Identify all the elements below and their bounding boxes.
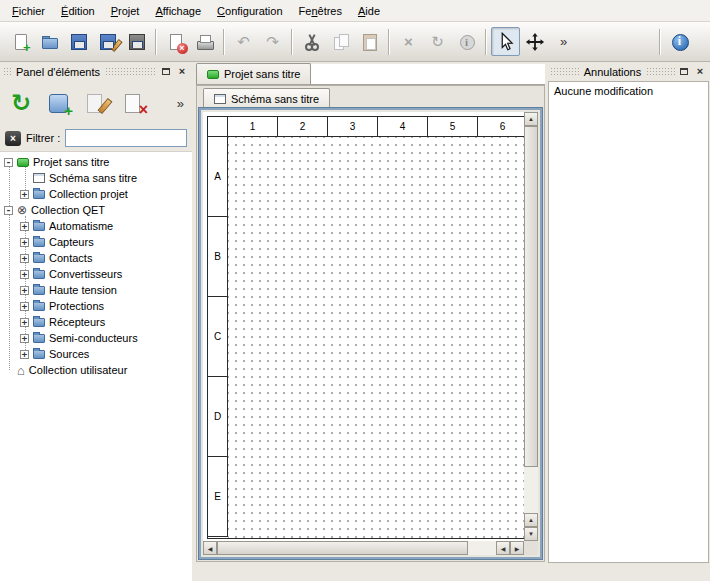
menu-fichier[interactable]: Fichier bbox=[4, 3, 53, 19]
tree-item-projet-sans-titre[interactable]: -Projet sans titre bbox=[0, 154, 192, 170]
menu-label: Fe bbox=[299, 5, 312, 17]
move-mode-button[interactable] bbox=[520, 27, 549, 56]
tree-item-protections[interactable]: +Protections bbox=[0, 298, 192, 314]
expand-expander[interactable]: + bbox=[20, 286, 29, 295]
expand-expander[interactable]: + bbox=[20, 222, 29, 231]
filter-input[interactable] bbox=[65, 129, 187, 147]
redo-icon: ↷ bbox=[263, 32, 283, 52]
horizontal-scrollbar[interactable]: ◀ ◀ ▶ bbox=[203, 541, 524, 555]
about-button[interactable]: i bbox=[665, 27, 694, 56]
tree-item-haute-tension[interactable]: +Haute tension bbox=[0, 282, 192, 298]
undo-history-list[interactable]: Aucune modification bbox=[548, 81, 709, 563]
save-button[interactable] bbox=[64, 27, 93, 56]
reload-collections-button[interactable]: ↻ bbox=[4, 86, 38, 120]
diagram-canvas[interactable]: 1 2 3 4 5 6 A B C D E bbox=[203, 112, 524, 541]
delete-element-button[interactable]: × bbox=[118, 86, 152, 120]
tab-schema-sans-titre[interactable]: Schéma sans titre bbox=[203, 88, 330, 108]
scroll-up-button[interactable]: ▲ bbox=[524, 112, 538, 126]
new-document-button[interactable]: + bbox=[6, 27, 35, 56]
vertical-scroll-thumb[interactable] bbox=[524, 126, 538, 467]
open-project-button[interactable] bbox=[35, 27, 64, 56]
expand-expander[interactable]: + bbox=[20, 302, 29, 311]
tree-item-label: Sources bbox=[49, 348, 89, 360]
expand-expander[interactable]: + bbox=[20, 350, 29, 359]
folder-icon bbox=[33, 190, 45, 199]
collapse-expander[interactable]: - bbox=[4, 206, 13, 215]
menu-affichage[interactable]: Affichage bbox=[147, 3, 209, 19]
expand-expander[interactable]: + bbox=[20, 238, 29, 247]
dock-close-button[interactable]: × bbox=[175, 65, 189, 78]
scroll-left-button-2[interactable]: ◀ bbox=[496, 541, 510, 555]
expand-expander[interactable]: + bbox=[20, 190, 29, 199]
horizontal-scroll-thumb[interactable] bbox=[217, 541, 468, 555]
new-element-button[interactable]: + bbox=[42, 86, 76, 120]
tree-item-semi-conducteurs[interactable]: +Semi-conducteurs bbox=[0, 330, 192, 346]
tree-item-collection-projet[interactable]: +Collection projet bbox=[0, 186, 192, 202]
paste-button[interactable] bbox=[355, 27, 384, 56]
column-header: 1 bbox=[228, 117, 278, 137]
menu-aide[interactable]: Aide bbox=[350, 3, 388, 19]
column-header: 3 bbox=[328, 117, 378, 137]
expand-expander[interactable]: + bbox=[20, 318, 29, 327]
qet-collection-icon: ⊗ bbox=[17, 204, 27, 216]
tree-item-automatisme[interactable]: +Automatisme bbox=[0, 218, 192, 234]
expand-expander[interactable]: + bbox=[20, 254, 29, 263]
edit-element-button[interactable] bbox=[80, 86, 114, 120]
select-mode-button[interactable] bbox=[491, 27, 520, 56]
close-document-button[interactable]: × bbox=[161, 27, 190, 56]
dock-float-button[interactable] bbox=[677, 65, 691, 78]
tree-item-sources[interactable]: +Sources bbox=[0, 346, 192, 362]
tree-item-label: Collection projet bbox=[49, 188, 128, 200]
menu-configuration[interactable]: Configuration bbox=[209, 3, 290, 19]
dock-close-button[interactable]: × bbox=[693, 65, 707, 78]
tab-projet-sans-titre[interactable]: Projet sans titre bbox=[196, 63, 311, 84]
redo-button[interactable]: ↷ bbox=[258, 27, 287, 56]
folder-icon bbox=[33, 238, 45, 247]
schema-icon bbox=[214, 94, 226, 104]
clear-filter-icon[interactable]: × bbox=[5, 131, 21, 146]
column-header: 4 bbox=[378, 117, 428, 137]
undo-panel-titlebar[interactable]: Annulations × bbox=[550, 64, 707, 79]
about-info-icon: i bbox=[670, 32, 690, 52]
tree-item-schema-sans-titre[interactable]: Schéma sans titre bbox=[0, 170, 192, 186]
save-all-button[interactable] bbox=[122, 27, 151, 56]
elements-panel-titlebar[interactable]: Panel d'éléments × bbox=[3, 64, 189, 79]
toolbar-overflow-button[interactable]: » bbox=[549, 27, 578, 56]
schema-icon bbox=[33, 173, 45, 183]
tree-item-capteurs[interactable]: +Capteurs bbox=[0, 234, 192, 250]
delete-element-icon: × bbox=[122, 90, 148, 116]
tree-item-label: Protections bbox=[49, 300, 104, 312]
pencil-icon bbox=[110, 38, 122, 51]
elements-toolbar-overflow-button[interactable]: » bbox=[177, 96, 184, 111]
folder-icon bbox=[33, 302, 45, 311]
tree-item-recepteurs[interactable]: +Récepteurs bbox=[0, 314, 192, 330]
scroll-up-button-2[interactable]: ▲ bbox=[524, 513, 538, 527]
close-icon: × bbox=[697, 66, 703, 77]
vertical-scroll-track[interactable] bbox=[524, 126, 538, 513]
copy-button[interactable] bbox=[326, 27, 355, 56]
properties-button[interactable]: i bbox=[452, 27, 481, 56]
tree-item-collection-qet[interactable]: -⊗Collection QET bbox=[0, 202, 192, 218]
tree-item-contacts[interactable]: +Contacts bbox=[0, 250, 192, 266]
scroll-right-button[interactable]: ▶ bbox=[510, 541, 524, 555]
menu-edition[interactable]: Édition bbox=[53, 3, 103, 19]
save-as-button[interactable] bbox=[93, 27, 122, 56]
cut-button[interactable] bbox=[297, 27, 326, 56]
vertical-scrollbar[interactable]: ▲ ▲ ▼ bbox=[524, 112, 538, 541]
horizontal-scroll-track[interactable] bbox=[217, 541, 496, 555]
tree-item-collection-utilisateur[interactable]: ⌂Collection utilisateur bbox=[0, 362, 192, 378]
print-button[interactable] bbox=[190, 27, 219, 56]
delete-icon: × bbox=[399, 32, 419, 52]
menu-fenetres[interactable]: Fenêtres bbox=[291, 3, 350, 19]
expand-expander[interactable]: + bbox=[20, 334, 29, 343]
undo-button[interactable]: ↶ bbox=[229, 27, 258, 56]
rotate-button[interactable]: ↻ bbox=[423, 27, 452, 56]
scroll-down-button[interactable]: ▼ bbox=[524, 527, 538, 541]
collapse-expander[interactable]: - bbox=[4, 158, 13, 167]
tree-item-convertisseurs[interactable]: +Convertisseurs bbox=[0, 266, 192, 282]
dock-float-button[interactable] bbox=[159, 65, 173, 78]
expand-expander[interactable]: + bbox=[20, 270, 29, 279]
scroll-left-button[interactable]: ◀ bbox=[203, 541, 217, 555]
delete-button[interactable]: × bbox=[394, 27, 423, 56]
menu-projet[interactable]: Projet bbox=[103, 3, 148, 19]
